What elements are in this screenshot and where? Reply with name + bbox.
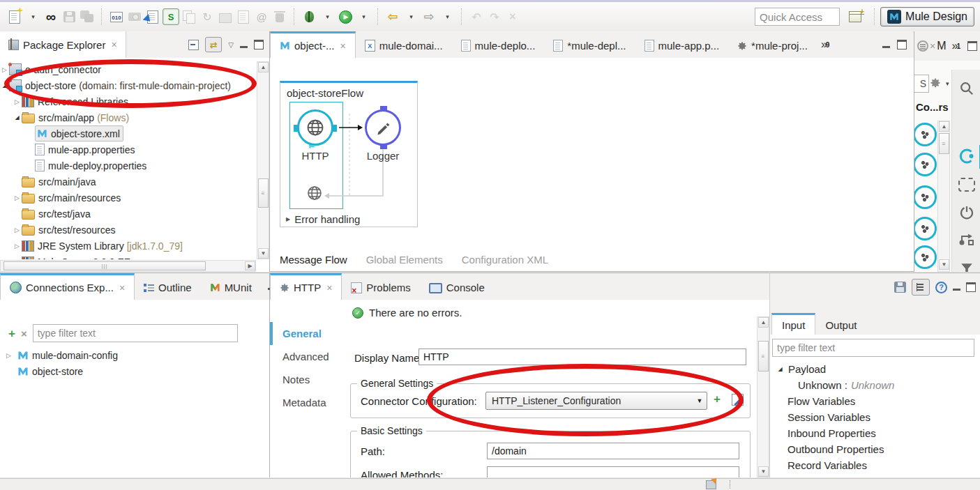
nav-item-metadata[interactable]: Metadata	[270, 391, 344, 414]
category-scopes-icon[interactable]	[958, 176, 975, 193]
tree-item-src-main-java[interactable]: src/main/java	[0, 174, 256, 190]
package-explorer-tab[interactable]: Package Explorer ×	[0, 31, 126, 58]
tab-mule-app-properties[interactable]: mule-app.p...	[635, 31, 729, 58]
tree-item-object-store-config[interactable]: object-store	[0, 363, 269, 379]
new-wizard-dropdown[interactable]: ▾	[24, 8, 41, 26]
run-button[interactable]: ▶	[337, 8, 354, 26]
scroll-up-icon[interactable]: ▲	[258, 62, 269, 72]
forward-dropdown[interactable]: ▾	[439, 8, 455, 26]
vertical-scrollbar[interactable]: ▲ ≡ ▼	[937, 121, 950, 272]
tree-item-mule-deploy-properties[interactable]: mule-deploy.properties	[0, 158, 256, 174]
tab-outline[interactable]: Outline	[135, 273, 201, 300]
close-icon[interactable]: ×	[930, 40, 935, 52]
connectors-drawer-label[interactable]: Co...rs	[916, 101, 949, 113]
maximize-icon[interactable]	[254, 40, 264, 49]
open-perspective-button[interactable]	[847, 8, 864, 26]
close-icon[interactable]: ×	[111, 39, 116, 50]
scroll-down-icon[interactable]: ▼	[939, 259, 949, 270]
tab-configuration-xml[interactable]: Configuration XML	[462, 254, 548, 266]
path-input[interactable]	[487, 443, 739, 459]
search-icon[interactable]	[958, 80, 975, 97]
save-button[interactable]	[61, 8, 77, 26]
remove-connection-icon[interactable]: ×	[21, 328, 27, 339]
tree-item-object-store-xml[interactable]: object-store.xml	[0, 125, 256, 141]
annotation-button[interactable]: @	[253, 8, 270, 26]
tab-global-elements[interactable]: Global Elements	[366, 254, 443, 266]
expand-arrow-icon[interactable]: ▷	[13, 243, 22, 250]
tree-item-payload[interactable]: ◢ Payload	[770, 361, 980, 377]
expand-arrow-icon[interactable]: ▷	[13, 194, 22, 201]
expand-arrow-icon[interactable]: ▷	[4, 352, 13, 359]
minimize-icon[interactable]	[882, 46, 890, 48]
tree-item-mule-server[interactable]: ▷ Mule Server 3.8.0 EE	[0, 254, 256, 259]
expand-arrow-icon[interactable]: ▷	[13, 259, 22, 260]
palette-item-icon[interactable]	[914, 123, 937, 146]
category-filters-icon[interactable]	[958, 260, 975, 272]
category-components-icon[interactable]	[958, 204, 975, 221]
tab-input[interactable]: Input	[771, 313, 815, 335]
tree-item-flow-variables[interactable]: Flow Variables	[770, 393, 980, 409]
expand-arrow-icon[interactable]: ▷	[13, 98, 22, 105]
palette-item-icon[interactable]	[914, 153, 937, 176]
close-icon[interactable]: ×	[119, 282, 125, 293]
vertical-scrollbar[interactable]: ▲ ≡ ▼	[757, 316, 769, 477]
flow-container[interactable]: object-storeFlow ⇌ HTTP Logger	[280, 81, 418, 227]
tab-connections-explorer[interactable]: Connections Exp... ×	[0, 273, 135, 300]
copy-button[interactable]	[181, 8, 197, 26]
add-connection-icon[interactable]	[8, 328, 15, 339]
tree-item-payload-type[interactable]: Unknown : Unknown	[770, 377, 980, 393]
tree-item-src-main-resources[interactable]: ▷ src/main/resources	[0, 190, 256, 206]
tab-problems[interactable]: Problems	[342, 273, 419, 300]
palette-search-box[interactable]: S	[914, 75, 929, 93]
edit-configuration-icon[interactable]	[732, 394, 744, 406]
tree-item-src-test-resources[interactable]: ▷ src/test/resources	[0, 222, 256, 238]
vertical-scrollbar[interactable]: ▲ ≡ ▼	[257, 61, 269, 259]
flow-canvas[interactable]: object-storeFlow ⇌ HTTP Logger	[270, 58, 914, 248]
sync-button[interactable]: ↻	[199, 8, 216, 26]
minimize-icon[interactable]	[953, 289, 960, 291]
save-all-button[interactable]	[79, 8, 96, 26]
tree-item-src-test-java[interactable]: src/test/java	[0, 206, 256, 222]
tab-mule-domain[interactable]: mule-domai...	[356, 31, 452, 58]
tree-item-oauth-connector[interactable]: ▷ o-auth_connector	[0, 61, 256, 77]
snapshot-button[interactable]	[126, 8, 143, 26]
gear-icon[interactable]	[930, 77, 941, 91]
terminate-button[interactable]: ×	[504, 8, 521, 26]
mule-design-perspective-button[interactable]: Mule Design	[880, 7, 974, 26]
category-flow-control-icon[interactable]	[958, 231, 975, 247]
scroll-up-icon[interactable]: ▲	[939, 121, 949, 132]
collapse-arrow-icon[interactable]: ◢	[776, 366, 785, 372]
nav-item-advanced[interactable]: Advanced	[270, 345, 344, 368]
http-listener-node[interactable]	[297, 109, 333, 146]
link-with-editor-icon[interactable]: ⇄	[205, 37, 222, 52]
tree-view-toggle[interactable]	[912, 279, 930, 296]
tab-console[interactable]: Console	[420, 273, 494, 300]
scrollbar-thumb[interactable]: ≡	[939, 133, 949, 154]
tree-item-referenced-libraries[interactable]: ▷ Referenced Libraries	[0, 93, 256, 109]
save-icon[interactable]	[894, 282, 906, 293]
scroll-up-icon[interactable]: ▲	[758, 317, 769, 328]
expand-arrow-icon[interactable]: ▶	[286, 216, 290, 222]
tree-item-mule-app-properties[interactable]: mule-app.properties	[0, 141, 256, 158]
scroll-down-icon[interactable]: ▼	[758, 466, 769, 477]
horizontal-scrollbar[interactable]: ||| ▶	[0, 260, 256, 272]
debug-dropdown[interactable]: ▾	[319, 8, 336, 26]
palette-item-icon[interactable]	[914, 245, 937, 269]
palette-tab-label[interactable]: M	[937, 40, 946, 52]
minimize-icon[interactable]	[240, 46, 248, 48]
tree-item-object-store-project[interactable]: ◢ object-store (domain: first-mule-domai…	[0, 77, 256, 93]
tree-item-outbound-properties[interactable]: Outbound Properties	[770, 441, 980, 457]
scrollbar-thumb[interactable]: ≡	[758, 341, 769, 372]
import-button[interactable]	[144, 8, 161, 26]
run-dropdown[interactable]: ▾	[355, 8, 372, 26]
tree-item-record-variables[interactable]: Record Variables	[770, 457, 980, 473]
close-icon[interactable]: ×	[326, 282, 332, 293]
nav-item-notes[interactable]: Notes	[270, 368, 344, 391]
add-configuration-icon[interactable]	[714, 393, 721, 405]
display-name-input[interactable]	[419, 349, 746, 365]
maximize-icon[interactable]	[966, 282, 976, 292]
collapse-arrow-icon[interactable]: ◢	[0, 82, 9, 89]
tree-item-session-variables[interactable]: Session Variables	[770, 409, 980, 425]
selected-tree-item[interactable]: object-store.xml	[35, 125, 123, 141]
allowed-methods-input[interactable]	[487, 466, 739, 477]
